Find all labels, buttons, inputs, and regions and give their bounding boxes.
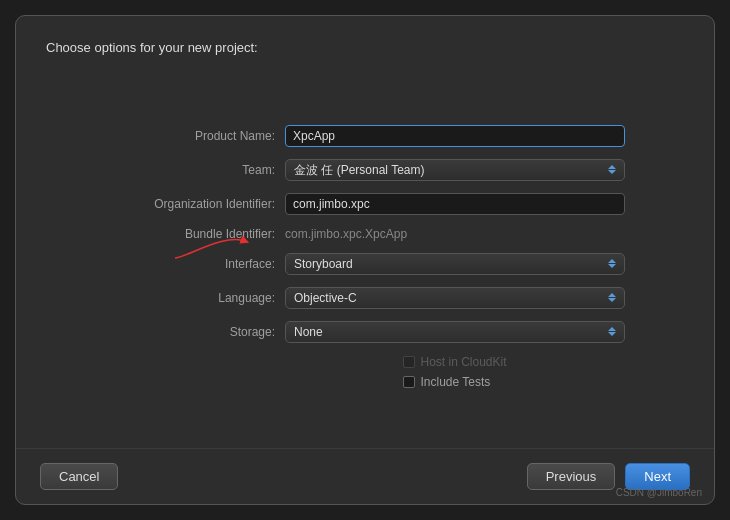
- include-tests-label: Include Tests: [420, 375, 490, 389]
- bundle-id-text: com.jimbo.xpc.XpcApp: [285, 224, 407, 244]
- bundle-id-row: Bundle Identifier: com.jimbo.xpc.XpcApp: [105, 227, 625, 241]
- dialog-body: Product Name: Team: 金波 任 (Personal Team): [16, 65, 714, 448]
- footer-right-buttons: Previous Next: [527, 463, 690, 490]
- host-cloudkit-label: Host in CloudKit: [420, 355, 506, 369]
- cancel-button[interactable]: Cancel: [40, 463, 118, 490]
- bundle-id-value: com.jimbo.xpc.XpcApp: [285, 227, 625, 241]
- product-name-value: [285, 125, 625, 147]
- language-select[interactable]: Objective-C Swift: [285, 287, 625, 309]
- checkboxes-group: Host in CloudKit Include Tests: [223, 355, 506, 389]
- team-select[interactable]: 金波 任 (Personal Team): [285, 159, 625, 181]
- org-id-label: Organization Identifier:: [105, 197, 285, 211]
- host-cloudkit-row: Host in CloudKit: [223, 355, 506, 369]
- interface-value: Storyboard SwiftUI: [285, 253, 625, 275]
- language-label: Language:: [105, 291, 285, 305]
- storage-row: Storage: None Core Data CloudKit: [105, 321, 625, 343]
- host-cloudkit-checkbox[interactable]: [403, 356, 415, 368]
- team-value: 金波 任 (Personal Team): [285, 159, 625, 181]
- include-tests-checkbox[interactable]: [403, 376, 415, 388]
- language-value: Objective-C Swift: [285, 287, 625, 309]
- org-id-input[interactable]: [285, 193, 625, 215]
- host-cloudkit-checkbox-item: Host in CloudKit: [403, 355, 506, 369]
- storage-label: Storage:: [105, 325, 285, 339]
- bundle-id-label: Bundle Identifier:: [105, 227, 285, 241]
- product-name-input[interactable]: [285, 125, 625, 147]
- storage-select[interactable]: None Core Data CloudKit: [285, 321, 625, 343]
- new-project-dialog: Choose options for your new project: Pro…: [15, 15, 715, 505]
- team-label: Team:: [105, 163, 285, 177]
- previous-button[interactable]: Previous: [527, 463, 616, 490]
- interface-label: Interface:: [105, 257, 285, 271]
- team-row: Team: 金波 任 (Personal Team): [105, 159, 625, 181]
- interface-row: Interface: Storyboard SwiftUI: [105, 253, 625, 275]
- interface-select-wrapper: Storyboard SwiftUI: [285, 253, 625, 275]
- language-select-wrapper: Objective-C Swift: [285, 287, 625, 309]
- dialog-footer: Cancel Previous Next: [16, 448, 714, 504]
- include-tests-row: Include Tests: [223, 375, 506, 389]
- product-name-row: Product Name:: [105, 125, 625, 147]
- org-id-value: [285, 193, 625, 215]
- include-tests-checkbox-item: Include Tests: [403, 375, 490, 389]
- product-name-label: Product Name:: [105, 129, 285, 143]
- storage-value: None Core Data CloudKit: [285, 321, 625, 343]
- interface-select[interactable]: Storyboard SwiftUI: [285, 253, 625, 275]
- org-id-row: Organization Identifier:: [105, 193, 625, 215]
- dialog-title: Choose options for your new project:: [16, 16, 714, 65]
- next-button[interactable]: Next: [625, 463, 690, 490]
- language-row: Language: Objective-C Swift: [105, 287, 625, 309]
- storage-select-wrapper: None Core Data CloudKit: [285, 321, 625, 343]
- team-select-wrapper: 金波 任 (Personal Team): [285, 159, 625, 181]
- watermark-text: CSDN @JimboRen: [616, 487, 702, 498]
